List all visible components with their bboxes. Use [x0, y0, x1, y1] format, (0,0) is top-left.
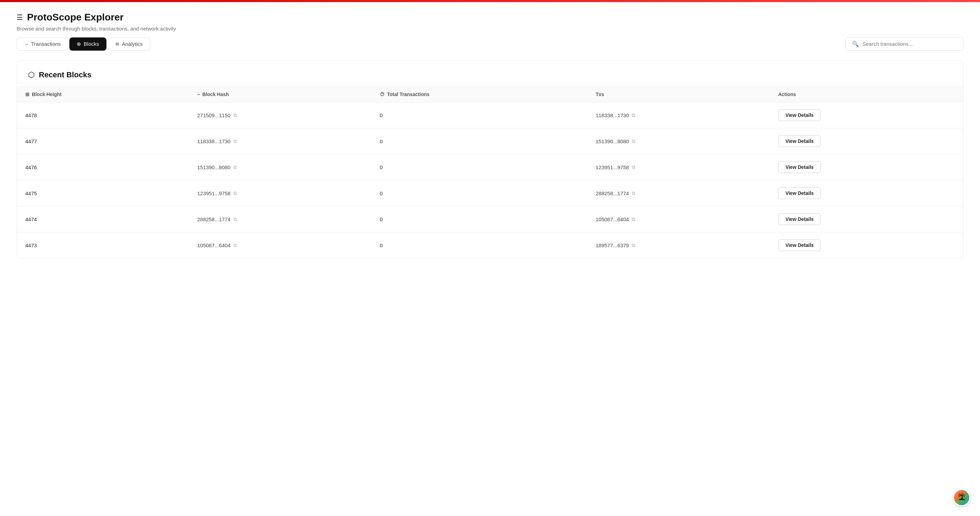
tab-analytics[interactable]: Analytics [108, 37, 150, 51]
col-block-height: ⊞ Block Height [17, 87, 189, 102]
copy-txs-icon[interactable]: ⧉ [632, 139, 635, 144]
arrow-icon [24, 41, 29, 47]
card-header: ⬡ Recent Blocks [17, 61, 963, 86]
cell-block-height: 4473 [17, 233, 189, 258]
cell-total-transactions: 0 [371, 180, 587, 206]
nav-bar: Transactions Blocks Analytics 🔍 [0, 37, 980, 51]
tab-blocks-label: Blocks [84, 41, 99, 47]
cell-total-transactions: 0 [371, 154, 587, 180]
nav-tabs: Transactions Blocks Analytics [17, 37, 150, 51]
copy-hash-icon[interactable]: ⧉ [233, 139, 237, 144]
cell-txs: 189577...6379⧉ [587, 233, 770, 258]
copy-hash-icon[interactable]: ⧉ [233, 164, 237, 170]
header: ProtoScope Explorer Browse and search th… [0, 2, 980, 37]
search-icon: 🔍 [852, 41, 859, 47]
search-input[interactable] [862, 41, 957, 47]
copy-txs-icon[interactable]: ⧉ [632, 112, 635, 118]
cell-txs: 123951...9758⧉ [587, 154, 770, 180]
view-details-button[interactable]: View Details [778, 213, 821, 225]
table-header-row: ⊞ Block Height – Block Hash ⏱ Tota [17, 87, 963, 102]
cell-actions: View Details [770, 154, 963, 180]
copy-hash-icon[interactable]: ⧉ [233, 112, 237, 118]
cell-block-hash: 118338...1730⧉ [189, 128, 371, 154]
cell-block-height: 4474 [17, 206, 189, 233]
copy-txs-icon[interactable]: ⧉ [632, 190, 635, 196]
cell-actions: View Details [770, 233, 963, 258]
cell-total-transactions: 0 [371, 206, 587, 233]
tab-analytics-label: Analytics [122, 41, 143, 47]
search-box[interactable]: 🔍 [845, 37, 963, 51]
cell-block-hash: 123951...9758⧉ [189, 180, 371, 206]
analytics-icon [115, 41, 119, 47]
table-row: 4478271509...1150⧉0118338...1730⧉View De… [17, 102, 963, 128]
avatar-image: 🏝 [954, 490, 969, 505]
copy-hash-icon[interactable]: ⧉ [233, 217, 237, 222]
avatar[interactable]: 🏝 [953, 489, 970, 506]
view-details-button[interactable]: View Details [778, 161, 821, 173]
menu-icon [17, 13, 23, 21]
page-title: ProtoScope Explorer [27, 12, 124, 23]
cell-txs: 151390...8080⧉ [587, 128, 770, 154]
cell-block-hash: 105087...6404⧉ [189, 233, 371, 258]
table-row: 4475123951...9758⧉0288258...1774⧉View De… [17, 180, 963, 206]
col-total-transactions: ⏱ Total Transactions [371, 87, 587, 102]
cell-block-hash: 288258...1774⧉ [189, 206, 371, 233]
view-details-button[interactable]: View Details [778, 187, 821, 199]
col-block-hash: – Block Hash [189, 87, 371, 102]
table-row: 4474288258...1774⧉0105087...6404⧉View De… [17, 206, 963, 233]
tab-transactions[interactable]: Transactions [17, 37, 68, 51]
cell-actions: View Details [770, 180, 963, 206]
blocks-table: ⊞ Block Height – Block Hash ⏱ Tota [17, 86, 963, 258]
card-title: Recent Blocks [39, 70, 92, 80]
table-row: 4476151390...8080⧉0123951...9758⧉View De… [17, 154, 963, 180]
cell-txs: 105087...6404⧉ [587, 206, 770, 233]
layers-icon: ⊞ [25, 92, 29, 97]
cell-block-height: 4477 [17, 128, 189, 154]
blocks-icon [76, 41, 81, 47]
col-txs: Txs [587, 87, 770, 102]
copy-txs-icon[interactable]: ⧉ [632, 217, 635, 222]
copy-hash-icon[interactable]: ⧉ [233, 242, 237, 248]
cell-block-hash: 271509...1150⧉ [189, 102, 371, 128]
cell-txs: 118338...1730⧉ [587, 102, 770, 128]
col-actions: Actions [770, 87, 963, 102]
tab-transactions-label: Transactions [31, 41, 61, 47]
main-content: ⬡ Recent Blocks ⊞ Block Height – Block H [0, 61, 980, 258]
cell-block-height: 4475 [17, 180, 189, 206]
clock-icon: ⏱ [380, 92, 385, 97]
table-row: 4473105087...6404⧉0189577...6379⧉View De… [17, 233, 963, 258]
cell-actions: View Details [770, 102, 963, 128]
view-details-button[interactable]: View Details [778, 109, 821, 121]
view-details-button[interactable]: View Details [778, 135, 821, 147]
page-subtitle: Browse and search through blocks, transa… [17, 25, 963, 32]
copy-hash-icon[interactable]: ⧉ [233, 190, 237, 196]
table-row: 4477118338...1730⧉0151390...8080⧉View De… [17, 128, 963, 154]
tab-blocks[interactable]: Blocks [69, 37, 106, 51]
cell-total-transactions: 0 [371, 233, 587, 258]
copy-txs-icon[interactable]: ⧉ [632, 242, 635, 248]
cell-total-transactions: 0 [371, 128, 587, 154]
cell-block-hash: 151390...8080⧉ [189, 154, 371, 180]
cell-txs: 288258...1774⧉ [587, 180, 770, 206]
copy-txs-icon[interactable]: ⧉ [632, 164, 635, 170]
dash-icon: – [197, 92, 200, 97]
cell-actions: View Details [770, 206, 963, 233]
cube-icon: ⬡ [28, 70, 35, 80]
cell-block-height: 4478 [17, 102, 189, 128]
cell-total-transactions: 0 [371, 102, 587, 128]
cell-actions: View Details [770, 128, 963, 154]
view-details-button[interactable]: View Details [778, 239, 821, 251]
recent-blocks-card: ⬡ Recent Blocks ⊞ Block Height – Block H [17, 61, 963, 258]
cell-block-height: 4476 [17, 154, 189, 180]
